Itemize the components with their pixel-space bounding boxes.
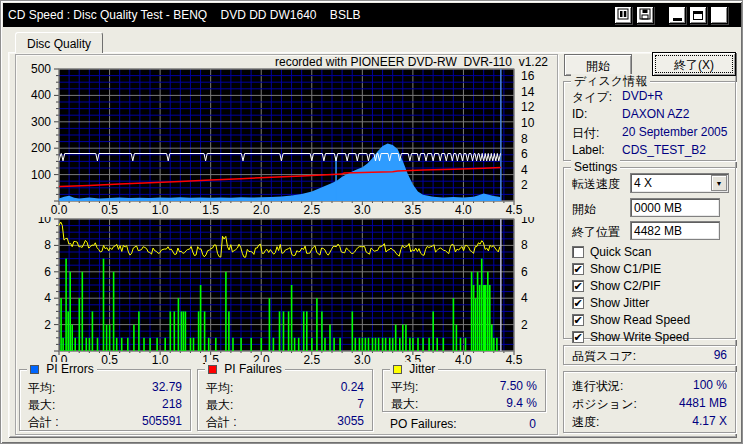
svg-text:2.5: 2.5 <box>303 203 320 217</box>
unchecked-checkbox-icon[interactable] <box>572 246 584 258</box>
quality-score-value: 96 <box>714 348 727 362</box>
disc-date-label: 日付: <box>572 125 599 142</box>
pi-errors-group: PI Errors 平均: 32.79 最大: 218 合計 : 505591 <box>19 369 191 431</box>
position-label: ポジション: <box>572 396 637 413</box>
pi-errors-avg-label: 平均: <box>28 380 55 397</box>
progress-label: 進行状況: <box>572 378 623 395</box>
disc-info-group: ディスク情報 タイプ: DVD+R ID: DAXON AZ2 日付: 20 S… <box>563 81 736 161</box>
exit-button[interactable]: 終了(X) <box>652 52 736 76</box>
settings-title: Settings <box>571 160 620 174</box>
pi-failures-title: PI Failures <box>224 362 281 376</box>
pi-errors-max-label: 最大: <box>28 397 55 414</box>
checked-checkbox-icon[interactable]: ✔ <box>572 331 584 343</box>
jitter-max-value: 9.4 % <box>506 396 537 410</box>
tab-disc-quality[interactable]: Disc Quality <box>15 32 103 53</box>
disc-date-value: 20 September 2005 <box>622 125 727 139</box>
svg-text:3.0: 3.0 <box>354 203 371 217</box>
svg-text:2: 2 <box>44 318 51 332</box>
window-title: CD Speed : Disc Quality Test - BENQ DVD … <box>8 8 361 22</box>
pi-failures-color-swatch <box>208 365 217 374</box>
close-icon: × <box>713 8 725 22</box>
po-failures-value: 0 <box>446 417 536 431</box>
disc-type-label: タイプ: <box>572 89 612 106</box>
svg-text:10: 10 <box>38 217 52 226</box>
jitter-avg-value: 7.50 % <box>500 379 537 393</box>
checkbox-show-read-speed[interactable]: ✔Show Read Speed <box>572 312 690 327</box>
position-value: 4481 MB <box>679 396 727 410</box>
svg-text:8: 8 <box>44 238 51 252</box>
save-button[interactable] <box>636 6 654 24</box>
pi-errors-title: PI Errors <box>46 362 93 376</box>
close-button[interactable]: × <box>710 6 728 24</box>
svg-text:1.0: 1.0 <box>152 203 169 217</box>
checkbox-quick-scan[interactable]: Quick Scan <box>572 244 651 259</box>
end-position-label: 終了位置 <box>572 224 620 241</box>
progress-box: 進行状況: 100 % ポジション: 4481 MB 速度: 4.17 X <box>563 371 736 433</box>
pi-failures-total-label: 合計 : <box>206 414 237 431</box>
svg-text:2.0: 2.0 <box>253 203 270 217</box>
svg-text:2.5: 2.5 <box>303 353 320 367</box>
svg-text:4.0: 4.0 <box>455 353 472 367</box>
svg-text:2: 2 <box>521 318 528 332</box>
checkbox-show-write-speed[interactable]: ✔Show Write Speed <box>572 329 689 344</box>
disc-id-value: DAXON AZ2 <box>622 107 689 121</box>
report-button[interactable] <box>614 6 632 24</box>
checked-checkbox-icon[interactable]: ✔ <box>572 297 584 309</box>
settings-group: Settings 転送速度 4 X ▼ 開始 0000 MB 終了位置 4482… <box>563 167 736 339</box>
checked-checkbox-icon[interactable]: ✔ <box>572 263 584 275</box>
speed-readout-value: 4.17 X <box>692 414 727 428</box>
checkbox-show-c1-pie[interactable]: ✔Show C1/PIE <box>572 261 661 276</box>
checkbox-show-c2-pif[interactable]: ✔Show C2/PIF <box>572 278 661 293</box>
disc-id-label: ID: <box>572 107 587 121</box>
pi-failures-max-label: 最大: <box>206 397 233 414</box>
minimize-icon <box>673 18 682 21</box>
progress-value: 100 % <box>693 378 727 392</box>
pi-errors-total-value: 505591 <box>142 414 182 428</box>
checkbox-show-jitter[interactable]: ✔Show Jitter <box>572 295 649 310</box>
start-position-input[interactable]: 0000 MB <box>630 198 720 217</box>
svg-text:4: 4 <box>521 291 528 305</box>
svg-text:400: 400 <box>31 88 51 102</box>
svg-text:10: 10 <box>521 217 535 226</box>
quality-score-label: 品質スコア: <box>572 348 636 365</box>
svg-text:6: 6 <box>521 265 528 279</box>
checkbox-label: Show Write Speed <box>590 330 689 344</box>
pi-failures-total-value: 3055 <box>337 414 364 428</box>
end-position-input[interactable]: 4482 MB <box>630 221 720 240</box>
chevron-down-icon[interactable]: ▼ <box>711 175 727 191</box>
disc-info-title: ディスク情報 <box>571 74 650 88</box>
jitter-color-swatch <box>393 365 402 374</box>
app-window: { "window": { "title": "CD Speed : Disc … <box>0 0 743 444</box>
pi-errors-max-value: 218 <box>162 397 182 411</box>
quality-chart-pie: 1002003004005002468101214160.00.51.01.52… <box>21 56 556 217</box>
checkbox-label: Show C2/PIF <box>590 279 661 293</box>
speed-combobox[interactable]: 4 X ▼ <box>630 173 729 193</box>
jitter-max-label: 最大: <box>391 396 418 413</box>
maximize-button[interactable] <box>689 6 707 24</box>
disc-label-value: CDS_TEST_B2 <box>622 143 706 157</box>
save-icon <box>639 8 651 23</box>
svg-text:4.0: 4.0 <box>455 203 472 217</box>
minimize-button[interactable] <box>668 6 686 24</box>
quality-score-box: 品質スコア: 96 <box>563 345 736 365</box>
svg-text:10: 10 <box>521 116 535 130</box>
svg-text:3.0: 3.0 <box>354 353 371 367</box>
svg-text:1.0: 1.0 <box>152 353 169 367</box>
pi-failures-avg-value: 0.24 <box>341 380 364 394</box>
svg-text:300: 300 <box>31 115 51 129</box>
checked-checkbox-icon[interactable]: ✔ <box>572 280 584 292</box>
speed-readout-label: 速度: <box>572 414 599 431</box>
svg-text:0.5: 0.5 <box>101 203 118 217</box>
tab-label: Disc Quality <box>27 37 91 51</box>
svg-text:6: 6 <box>44 265 51 279</box>
checkbox-label: Show C1/PIE <box>590 262 661 276</box>
pi-errors-color-swatch <box>30 365 39 374</box>
quality-chart-pif-jitter: 2244668810100.00.51.01.52.02.53.03.54.04… <box>21 217 556 367</box>
pi-failures-group: PI Failures 平均: 0.24 最大: 7 合計 : 3055 <box>197 369 373 431</box>
svg-text:200: 200 <box>31 141 51 155</box>
title-bar[interactable]: CD Speed : Disc Quality Test - BENQ DVD … <box>3 3 741 27</box>
checked-checkbox-icon[interactable]: ✔ <box>572 314 584 326</box>
maximize-icon <box>693 11 703 20</box>
start-button[interactable]: 開始 <box>564 54 632 76</box>
svg-text:0.5: 0.5 <box>101 353 118 367</box>
